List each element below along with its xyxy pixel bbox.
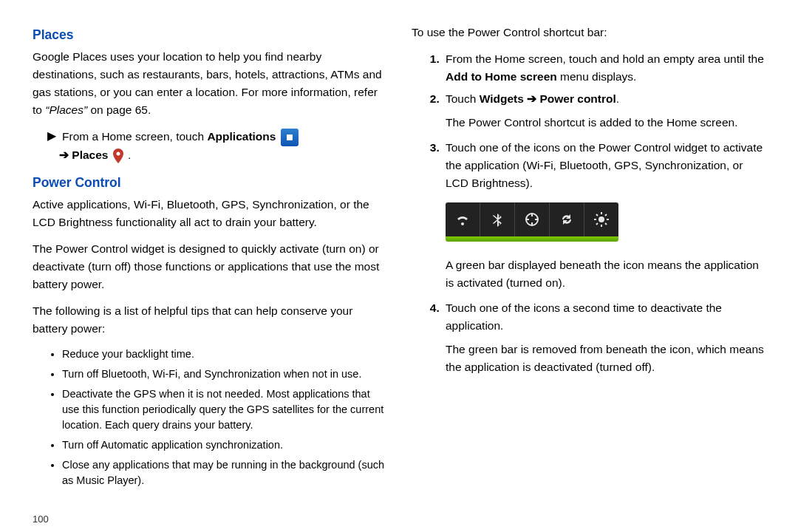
brightness-icon [584,202,618,236]
arrow-icon: ➔ [59,149,69,161]
power-control-bold: Power control [539,92,615,105]
tips-list: Reduce your backlight time. Turn off Blu… [33,347,386,488]
list-item: Close any applications that may be runni… [62,457,386,488]
text: menu displays. [557,70,637,83]
list-item: Turn off Bluetooth, Wi-Fi, and Synchroni… [62,366,386,382]
widgets-bold: Widgets [480,92,524,105]
add-to-home-bold: Add to Home screen [446,70,557,83]
wifi-icon [446,202,480,236]
step-4-after: The green bar is removed from beneath th… [446,341,765,376]
applications-bold: Applications [207,130,276,143]
power-control-widget [446,202,618,242]
power-control-intro: To use the Power Control shortcut bar: [412,24,765,41]
step-4: Touch one of the icons a second time to … [443,299,765,376]
step-2: Touch Widgets ➔ Power control. The Power… [443,90,765,132]
right-column: To use the Power Control shortcut bar: F… [412,21,765,493]
arrow-icon: ➔ [524,92,540,105]
svg-point-2 [598,216,604,222]
text: From the Home screen, touch and hold an … [446,52,764,65]
left-column: Places Google Places uses your location … [33,21,386,493]
page-number: 100 [33,514,49,525]
text: . [616,92,619,105]
places-pin-icon [113,149,123,163]
gps-icon [515,202,550,236]
places-description: Google Places uses your location to help… [33,48,386,119]
sync-icon [550,202,584,236]
text: Touch one of the icons a second time to … [446,301,722,332]
step-3-after: A green bar displayed beneath the icon m… [446,256,765,292]
step-2-sub: The Power Control shortcut is added to t… [446,114,765,132]
step-1: From the Home screen, touch and hold an … [443,50,765,86]
text: From a Home screen, touch [62,130,207,143]
list-item: Turn off Automatic application synchroni… [62,437,386,453]
bluetooth-icon [480,202,515,236]
power-control-p1: Active applications, Wi-Fi, Bluetooth, G… [33,196,386,231]
places-step: ▶From a Home screen, touch Applications … [33,128,386,164]
heading-places: Places [33,25,386,45]
places-bold: Places [72,149,108,161]
places-ref-italic: “Places” [45,103,87,116]
list-item: Reduce your backlight time. [62,347,386,362]
svg-point-0 [116,152,120,156]
text: Touch [446,92,480,105]
active-bar [446,236,618,242]
heading-power-control: Power Control [33,173,386,193]
power-control-p2: The Power Control widget is designed to … [33,240,386,293]
power-control-steps: From the Home screen, touch and hold an … [412,50,765,376]
power-control-p3: The following is a list of helpful tips … [33,302,386,338]
step-3: Touch one of the icons on the Power Cont… [443,139,765,292]
text: on page 65. [87,103,151,116]
list-item: Deactivate the GPS when it is not needed… [62,386,386,433]
triangle-bullet-icon: ▶ [47,127,56,145]
text: Touch one of the icons on the Power Cont… [446,141,763,189]
applications-icon [281,129,299,146]
